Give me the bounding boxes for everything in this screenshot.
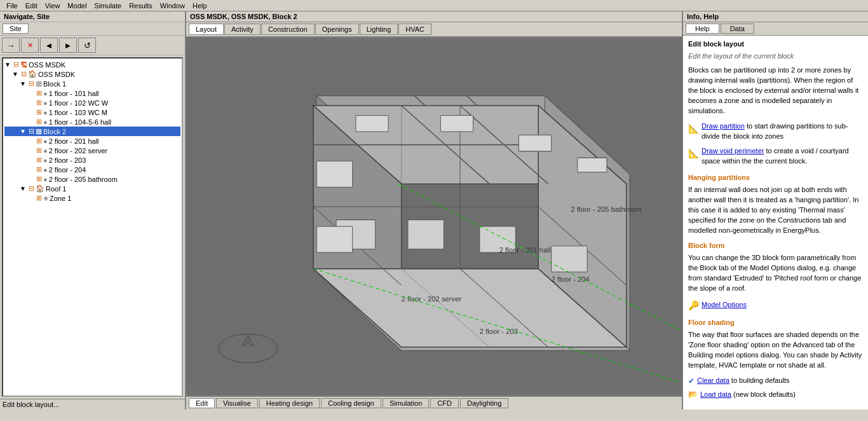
app-menu-item[interactable]: Model — [64, 2, 90, 10]
center-panel: OSS MSDK, OSS MSDK, Block 2 Layout Activ… — [186, 11, 682, 410]
draw-void-link[interactable]: Draw void perimeter — [702, 147, 764, 155]
bottom-tab-visualise[interactable]: Visualise — [216, 398, 258, 408]
app-menu-item[interactable]: Window — [156, 2, 189, 10]
hanging-title: Hanging partitions — [688, 173, 863, 183]
tree-item-2-205[interactable]: ⊞ ● 2 floor - 205 bathroom — [4, 174, 180, 184]
right-tab-help[interactable]: Help — [686, 24, 719, 34]
status-bar-left: Edit block layout... — [0, 399, 185, 410]
clear-data-row: ✔ Clear data to building defaults — [688, 376, 863, 387]
svg-text:2 floor - 201 hall: 2 floor - 201 hall — [499, 246, 551, 254]
bottom-tab-heating[interactable]: Heating design — [259, 398, 320, 408]
checkmark-icon: ✔ — [688, 376, 695, 387]
tree-item-2-203[interactable]: ⊞ ● 2 floor - 203 — [4, 155, 180, 165]
tree-item-block1[interactable]: ▼ ⊟ ▦ Block 1 — [4, 79, 180, 88]
floor-shading-title: Floor shading — [688, 318, 863, 328]
draw-partition-text: Draw partition to start drawing partitio… — [702, 121, 863, 142]
center-panel-header: OSS MSDK, OSS MSDK, Block 2 — [186, 11, 682, 22]
svg-rect-27 — [552, 246, 587, 272]
tree-item-1-102[interactable]: ⊞ ● 1 floor - 102 WC W — [4, 98, 180, 107]
left-panel-header: Navigate, Site — [0, 11, 185, 22]
block-form-body: You can change the 3D block form paramet… — [688, 253, 863, 294]
floor-shading-body: The way that floor surfaces are shaded d… — [688, 330, 863, 371]
draw-partition-row: 📐 Draw partition to start drawing partit… — [688, 121, 863, 142]
svg-rect-30 — [356, 115, 388, 132]
svg-rect-31 — [440, 115, 473, 132]
svg-rect-25 — [408, 220, 444, 249]
tree-item-oss-msdk[interactable]: ▼ ⊟ 🏠 OSS MSDK — [4, 69, 180, 79]
center-tabs-bar: Layout Activity Construction Openings Li… — [186, 22, 682, 38]
load-data-link[interactable]: Load data — [700, 390, 731, 398]
app-menu-item[interactable]: View — [41, 2, 64, 10]
app-menu-item[interactable]: Results — [125, 2, 156, 10]
load-data-text: Load data (new block defaults) — [700, 390, 796, 400]
app-menu-item[interactable]: Simulate — [90, 2, 125, 10]
tab-layout[interactable]: Layout — [189, 24, 224, 35]
clear-data-link[interactable]: Clear data — [697, 376, 729, 384]
right-panel: Info, Help Help Data Edit block layout E… — [682, 11, 868, 410]
model-options-row: 🔑 Model Options — [688, 299, 863, 312]
svg-text:2 floor - 205 bathroom: 2 floor - 205 bathroom — [571, 205, 642, 213]
draw-partition-link[interactable]: Draw partition — [702, 122, 745, 130]
tree-item-oss-msdk-root[interactable]: ▼ ⊟ 🏗 OSS MSDK — [4, 60, 180, 69]
app-menu-item[interactable]: File — [3, 2, 22, 10]
tree-item-block2[interactable]: ▼ ⊟ ▦ Block 2 — [4, 127, 180, 136]
right-tab-data[interactable]: Data — [721, 24, 754, 34]
draw-void-row: 📐 Draw void perimeter to create a void /… — [688, 146, 863, 167]
clear-data-text: Clear data to building defaults — [697, 376, 790, 386]
bottom-tab-cfd[interactable]: CFD — [430, 398, 459, 408]
tab-openings[interactable]: Openings — [315, 24, 359, 35]
bottom-tab-daylighting[interactable]: Daylighting — [460, 398, 508, 408]
draw-void-icon: 📐 — [688, 147, 699, 160]
tree-item-1-101[interactable]: ⊞ ● 1 floor - 101 hall — [4, 88, 180, 98]
model-options-link[interactable]: Model Options — [702, 300, 747, 310]
nav-refresh-btn[interactable]: ↺ — [78, 38, 96, 53]
svg-rect-33 — [578, 158, 607, 172]
draw-partition-icon: 📐 — [688, 122, 699, 135]
tree-item-1-104[interactable]: ⊞ ● 1 floor - 104-5-6 hall — [4, 117, 180, 127]
svg-text:2 floor - 204: 2 floor - 204 — [552, 275, 590, 283]
nav-next-btn[interactable]: ► — [59, 38, 77, 53]
site-tab[interactable]: Site — [3, 24, 29, 34]
key-icon: 🔑 — [688, 299, 699, 312]
hanging-body: If an internal wall does not join up at … — [688, 185, 863, 236]
folder-icon: 📂 — [688, 389, 698, 400]
svg-text:2 floor - 203: 2 floor - 203 — [480, 328, 518, 335]
tab-lighting[interactable]: Lighting — [360, 24, 398, 35]
viewport-3d[interactable]: 2 floor - 205 bathroom 2 floor - 201 hal… — [186, 38, 682, 396]
svg-rect-29 — [316, 226, 352, 252]
tab-activity[interactable]: Activity — [224, 24, 261, 35]
tab-construction[interactable]: Construction — [261, 24, 315, 35]
tree-item-roof1[interactable]: ▼ ⊟ 🏠 Roof 1 — [4, 184, 180, 193]
tree-item-2-201[interactable]: ⊞ ● 2 floor - 201 hall — [4, 136, 180, 146]
help-content: Edit block layout Edit the layout of the… — [683, 36, 868, 410]
block-form-title: Block form — [688, 241, 863, 251]
tree-area: ▼ ⊟ 🏗 OSS MSDK ▼ ⊟ 🏠 OSS MSDK ▼ ⊟ ▦ Bloc… — [2, 57, 183, 397]
load-data-row: 📂 Load data (new block defaults) — [688, 389, 863, 400]
right-panel-header: Info, Help — [683, 11, 868, 22]
help-subtitle: Edit the layout of the current block — [688, 52, 863, 62]
bottom-tab-cooling[interactable]: Cooling design — [321, 398, 381, 408]
bottom-tab-edit[interactable]: Edit — [189, 398, 215, 408]
bottom-tab-simulation[interactable]: Simulation — [383, 398, 429, 408]
tree-item-1-103[interactable]: ⊞ ● 1 floor - 103 WC M — [4, 107, 180, 117]
tree-item-2-202[interactable]: ⊞ ● 2 floor - 202 server — [4, 146, 180, 155]
bottom-tabs-bar: Edit Visualise Heating design Cooling de… — [186, 396, 682, 410]
nav-prev-btn[interactable]: ◄ — [40, 38, 58, 53]
help-body1: Blocks can be partitioned up into 2 or m… — [688, 66, 863, 116]
tree-item-zone1[interactable]: ⊞ ◈ Zone 1 — [4, 193, 180, 203]
nav-toolbar: → ✕ ◄ ► ↺ — [0, 36, 185, 55]
svg-rect-28 — [316, 161, 352, 187]
help-title: Edit block layout — [688, 39, 863, 50]
nav-close-btn[interactable]: ✕ — [21, 38, 39, 53]
tree-item-2-204[interactable]: ⊞ ● 2 floor - 204 — [4, 165, 180, 174]
svg-rect-32 — [519, 135, 551, 151]
app-menu-item[interactable]: Help — [189, 2, 211, 10]
right-tabs-bar: Help Data — [683, 22, 868, 36]
app-menu-item[interactable]: Edit — [22, 2, 41, 10]
tab-hvac[interactable]: HVAC — [398, 24, 431, 35]
draw-void-text: Draw void perimeter to create a void / c… — [702, 146, 863, 167]
nav-back-btn[interactable]: → — [2, 38, 20, 53]
